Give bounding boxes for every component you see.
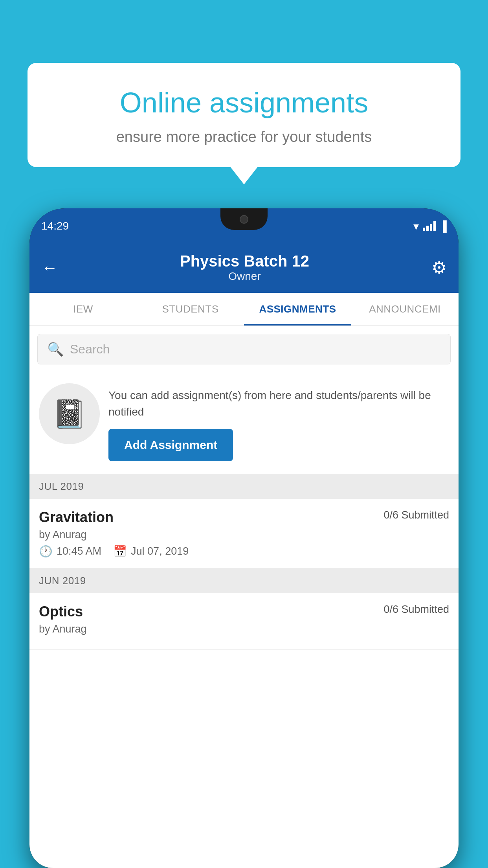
header-title: Physics Batch 12: [180, 252, 309, 270]
tab-iew[interactable]: IEW: [29, 293, 137, 326]
status-time: 14:29: [41, 220, 69, 232]
assignment-date: Jul 07, 2019: [131, 545, 189, 557]
meta-time: 🕐 10:45 AM: [39, 545, 101, 558]
phone-screen: ← Physics Batch 12 Owner ⚙ IEW STUDENTS …: [29, 244, 459, 868]
speech-bubble-container: Online assignments ensure more practice …: [28, 63, 460, 167]
add-assignment-button[interactable]: Add Assignment: [108, 429, 233, 461]
tab-students[interactable]: STUDENTS: [137, 293, 244, 326]
promo-icon-circle: 📓: [39, 383, 100, 444]
tab-assignments[interactable]: ASSIGNMENTS: [244, 293, 351, 326]
month-divider-jul: JUL 2019: [29, 474, 459, 499]
app-header: ← Physics Batch 12 Owner ⚙: [29, 244, 459, 293]
promo-description: You can add assignment(s) from here and …: [108, 387, 449, 420]
assignment-item-optics[interactable]: Optics 0/6 Submitted by Anurag: [29, 593, 459, 650]
assignment-item-gravitation[interactable]: Gravitation 0/6 Submitted by Anurag 🕐 10…: [29, 499, 459, 568]
clock-icon: 🕐: [39, 545, 53, 558]
assignment-name: Gravitation: [39, 509, 114, 526]
search-icon: 🔍: [47, 341, 64, 357]
header-center: Physics Batch 12 Owner: [180, 252, 309, 283]
wifi-icon: ▾: [413, 220, 419, 233]
speech-bubble: Online assignments ensure more practice …: [28, 63, 460, 167]
month-divider-jun: JUN 2019: [29, 568, 459, 593]
phone-frame: 14:29 ▾ ▐ ← Physics Batch 12 Owner ⚙: [29, 208, 459, 868]
meta-date: 📅 Jul 07, 2019: [113, 545, 189, 558]
assignment-name-optics: Optics: [39, 603, 83, 620]
promo-text-area: You can add assignment(s) from here and …: [108, 383, 449, 461]
header-subtitle: Owner: [180, 270, 309, 283]
assignment-submitted: 0/6 Submitted: [383, 509, 449, 521]
battery-icon: ▐: [440, 220, 447, 232]
calendar-icon: 📅: [113, 545, 127, 558]
search-bar[interactable]: 🔍 Search: [37, 334, 451, 364]
speech-bubble-title: Online assignments: [51, 86, 437, 119]
tab-announcements[interactable]: ANNOUNCEMI: [351, 293, 459, 326]
status-icons: ▾ ▐: [413, 220, 447, 233]
signal-icon: [423, 221, 436, 231]
settings-icon[interactable]: ⚙: [431, 257, 447, 278]
status-bar: 14:29 ▾ ▐: [29, 208, 459, 244]
promo-card: 📓 You can add assignment(s) from here an…: [29, 372, 459, 474]
phone-notch: [220, 208, 268, 230]
assignment-submitted-optics: 0/6 Submitted: [383, 603, 449, 616]
assignment-row-top-optics: Optics 0/6 Submitted: [39, 603, 449, 620]
assignment-author: by Anurag: [39, 529, 449, 541]
search-placeholder: Search: [70, 342, 110, 357]
notebook-icon: 📓: [52, 398, 86, 430]
camera-dot: [240, 215, 248, 224]
speech-bubble-subtitle: ensure more practice for your students: [51, 129, 437, 145]
assignment-meta: 🕐 10:45 AM 📅 Jul 07, 2019: [39, 545, 449, 558]
tabs-bar: IEW STUDENTS ASSIGNMENTS ANNOUNCEMI: [29, 293, 459, 326]
back-button[interactable]: ←: [41, 258, 58, 277]
assignment-time: 10:45 AM: [57, 545, 101, 557]
assignment-row-top: Gravitation 0/6 Submitted: [39, 509, 449, 526]
assignment-author-optics: by Anurag: [39, 623, 449, 635]
search-bar-container: 🔍 Search: [29, 326, 459, 372]
